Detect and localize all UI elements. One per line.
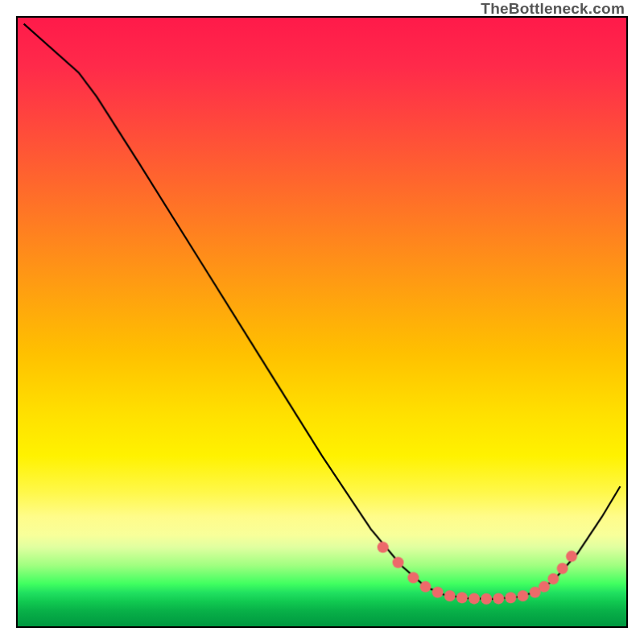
bottleneck-curve	[18, 18, 626, 626]
watermark-text: TheBottleneck.com	[481, 0, 625, 18]
chart-container: TheBottleneck.com	[0, 0, 644, 644]
plot-area	[16, 16, 628, 628]
